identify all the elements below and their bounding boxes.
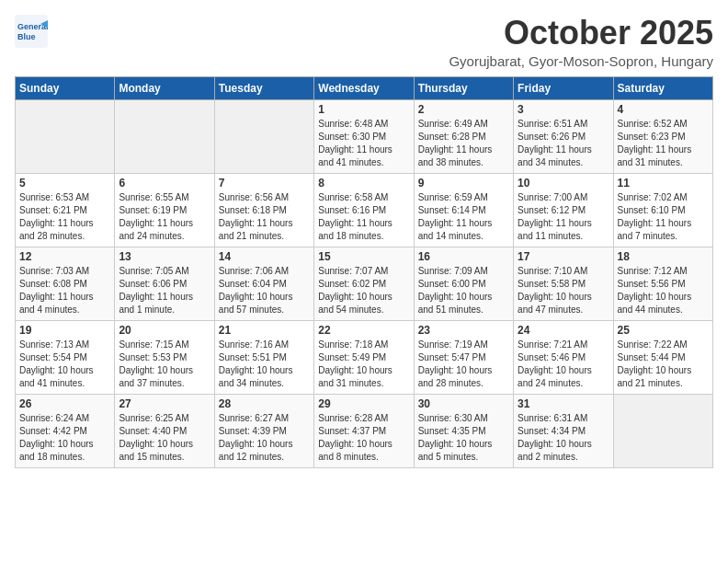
day-info: Sunrise: 7:00 AM Sunset: 6:12 PM Dayligh… (518, 191, 609, 243)
calendar-cell: 29Sunrise: 6:28 AM Sunset: 4:37 PM Dayli… (314, 394, 414, 467)
calendar-cell: 12Sunrise: 7:03 AM Sunset: 6:08 PM Dayli… (16, 247, 115, 320)
day-info: Sunrise: 7:22 AM Sunset: 5:44 PM Dayligh… (618, 339, 709, 390)
calendar-cell: 24Sunrise: 7:21 AM Sunset: 5:46 PM Dayli… (514, 320, 613, 394)
day-number: 6 (119, 177, 210, 190)
day-info: Sunrise: 6:53 AM Sunset: 6:21 PM Dayligh… (19, 191, 110, 243)
calendar-cell: 14Sunrise: 7:06 AM Sunset: 6:04 PM Dayli… (214, 247, 313, 320)
day-info: Sunrise: 6:59 AM Sunset: 6:14 PM Dayligh… (418, 191, 509, 243)
calendar-week-row: 12Sunrise: 7:03 AM Sunset: 6:08 PM Dayli… (16, 247, 713, 320)
calendar-cell: 7Sunrise: 6:56 AM Sunset: 6:18 PM Daylig… (214, 173, 313, 247)
day-info: Sunrise: 6:56 AM Sunset: 6:18 PM Dayligh… (219, 191, 310, 243)
calendar-cell: 11Sunrise: 7:02 AM Sunset: 6:10 PM Dayli… (613, 173, 712, 247)
day-info: Sunrise: 6:52 AM Sunset: 6:23 PM Dayligh… (618, 118, 709, 169)
day-number: 28 (219, 397, 310, 410)
day-info: Sunrise: 7:06 AM Sunset: 6:04 PM Dayligh… (219, 265, 310, 316)
day-number: 31 (518, 397, 609, 410)
calendar-cell: 5Sunrise: 6:53 AM Sunset: 6:21 PM Daylig… (16, 173, 115, 247)
calendar-week-row: 19Sunrise: 7:13 AM Sunset: 5:54 PM Dayli… (16, 320, 713, 394)
day-header-monday: Monday (115, 76, 214, 99)
calendar-cell: 19Sunrise: 7:13 AM Sunset: 5:54 PM Dayli… (16, 320, 115, 394)
day-info: Sunrise: 7:07 AM Sunset: 6:02 PM Dayligh… (318, 265, 409, 316)
day-number: 16 (418, 250, 509, 263)
day-info: Sunrise: 7:10 AM Sunset: 5:58 PM Dayligh… (518, 265, 609, 316)
logo: General Blue (15, 15, 48, 48)
day-info: Sunrise: 7:05 AM Sunset: 6:06 PM Dayligh… (119, 265, 210, 316)
day-info: Sunrise: 7:02 AM Sunset: 6:10 PM Dayligh… (618, 191, 709, 243)
day-info: Sunrise: 6:27 AM Sunset: 4:39 PM Dayligh… (219, 412, 310, 464)
day-info: Sunrise: 7:15 AM Sunset: 5:53 PM Dayligh… (119, 339, 210, 390)
calendar-cell: 10Sunrise: 7:00 AM Sunset: 6:12 PM Dayli… (514, 173, 613, 247)
calendar-cell: 15Sunrise: 7:07 AM Sunset: 6:02 PM Dayli… (314, 247, 414, 320)
day-number: 15 (318, 250, 409, 263)
day-number: 21 (219, 324, 310, 337)
calendar-week-row: 26Sunrise: 6:24 AM Sunset: 4:42 PM Dayli… (16, 394, 713, 467)
calendar-cell: 21Sunrise: 7:16 AM Sunset: 5:51 PM Dayli… (214, 320, 313, 394)
calendar-cell: 4Sunrise: 6:52 AM Sunset: 6:23 PM Daylig… (613, 99, 712, 173)
day-number: 1 (318, 103, 409, 116)
day-header-friday: Friday (514, 76, 613, 99)
day-info: Sunrise: 7:03 AM Sunset: 6:08 PM Dayligh… (19, 265, 110, 316)
location-subtitle: Gyorujbarat, Gyor-Moson-Sopron, Hungary (449, 53, 713, 69)
day-info: Sunrise: 6:28 AM Sunset: 4:37 PM Dayligh… (318, 412, 409, 464)
calendar-cell: 8Sunrise: 6:58 AM Sunset: 6:16 PM Daylig… (314, 173, 414, 247)
day-number: 7 (219, 177, 310, 190)
day-info: Sunrise: 7:19 AM Sunset: 5:47 PM Dayligh… (418, 339, 509, 390)
calendar-cell: 28Sunrise: 6:27 AM Sunset: 4:39 PM Dayli… (214, 394, 313, 467)
day-info: Sunrise: 6:30 AM Sunset: 4:35 PM Dayligh… (418, 412, 509, 464)
day-number: 25 (618, 324, 709, 337)
calendar-cell (115, 99, 214, 173)
month-title: October 2025 (449, 15, 713, 52)
day-number: 10 (518, 177, 609, 190)
calendar-cell: 23Sunrise: 7:19 AM Sunset: 5:47 PM Dayli… (414, 320, 513, 394)
day-info: Sunrise: 6:55 AM Sunset: 6:19 PM Dayligh… (119, 191, 210, 243)
calendar-cell: 27Sunrise: 6:25 AM Sunset: 4:40 PM Dayli… (115, 394, 214, 467)
day-info: Sunrise: 7:12 AM Sunset: 5:56 PM Dayligh… (618, 265, 709, 316)
day-info: Sunrise: 6:49 AM Sunset: 6:28 PM Dayligh… (418, 118, 509, 169)
day-number: 14 (219, 250, 310, 263)
day-number: 2 (418, 103, 509, 116)
calendar-cell: 30Sunrise: 6:30 AM Sunset: 4:35 PM Dayli… (414, 394, 513, 467)
day-number: 12 (19, 250, 110, 263)
day-info: Sunrise: 6:24 AM Sunset: 4:42 PM Dayligh… (19, 412, 110, 464)
calendar-week-row: 1Sunrise: 6:48 AM Sunset: 6:30 PM Daylig… (16, 99, 713, 173)
day-number: 30 (418, 397, 509, 410)
day-info: Sunrise: 6:25 AM Sunset: 4:40 PM Dayligh… (119, 412, 210, 464)
day-info: Sunrise: 6:31 AM Sunset: 4:34 PM Dayligh… (518, 412, 609, 464)
day-number: 24 (518, 324, 609, 337)
day-header-thursday: Thursday (414, 76, 513, 99)
logo-icon: General Blue (15, 15, 48, 48)
day-info: Sunrise: 6:51 AM Sunset: 6:26 PM Dayligh… (518, 118, 609, 169)
day-number: 3 (518, 103, 609, 116)
day-number: 22 (318, 324, 409, 337)
calendar-cell: 18Sunrise: 7:12 AM Sunset: 5:56 PM Dayli… (613, 247, 712, 320)
day-info: Sunrise: 7:21 AM Sunset: 5:46 PM Dayligh… (518, 339, 609, 390)
day-header-sunday: Sunday (16, 76, 115, 99)
day-number: 11 (618, 177, 709, 190)
title-block: October 2025 Gyorujbarat, Gyor-Moson-Sop… (449, 15, 713, 69)
day-number: 18 (618, 250, 709, 263)
calendar-cell: 20Sunrise: 7:15 AM Sunset: 5:53 PM Dayli… (115, 320, 214, 394)
day-number: 4 (618, 103, 709, 116)
day-number: 5 (19, 177, 110, 190)
day-info: Sunrise: 7:16 AM Sunset: 5:51 PM Dayligh… (219, 339, 310, 390)
calendar-cell: 3Sunrise: 6:51 AM Sunset: 6:26 PM Daylig… (514, 99, 613, 173)
svg-rect-0 (15, 15, 48, 48)
day-number: 20 (119, 324, 210, 337)
calendar-cell (214, 99, 313, 173)
day-number: 27 (119, 397, 210, 410)
day-header-wednesday: Wednesday (314, 76, 414, 99)
calendar-week-row: 5Sunrise: 6:53 AM Sunset: 6:21 PM Daylig… (16, 173, 713, 247)
calendar-cell (613, 394, 712, 467)
calendar-cell: 9Sunrise: 6:59 AM Sunset: 6:14 PM Daylig… (414, 173, 513, 247)
calendar-header-row: SundayMondayTuesdayWednesdayThursdayFrid… (16, 76, 713, 99)
calendar-cell: 13Sunrise: 7:05 AM Sunset: 6:06 PM Dayli… (115, 247, 214, 320)
calendar-cell: 31Sunrise: 6:31 AM Sunset: 4:34 PM Dayli… (514, 394, 613, 467)
page-header: General Blue October 2025 Gyorujbarat, G… (15, 15, 713, 69)
calendar-cell: 6Sunrise: 6:55 AM Sunset: 6:19 PM Daylig… (115, 173, 214, 247)
calendar-cell: 25Sunrise: 7:22 AM Sunset: 5:44 PM Dayli… (613, 320, 712, 394)
day-number: 29 (318, 397, 409, 410)
calendar-cell: 1Sunrise: 6:48 AM Sunset: 6:30 PM Daylig… (314, 99, 414, 173)
svg-text:Blue: Blue (17, 32, 36, 41)
calendar-cell: 2Sunrise: 6:49 AM Sunset: 6:28 PM Daylig… (414, 99, 513, 173)
calendar-table: SundayMondayTuesdayWednesdayThursdayFrid… (15, 76, 713, 468)
